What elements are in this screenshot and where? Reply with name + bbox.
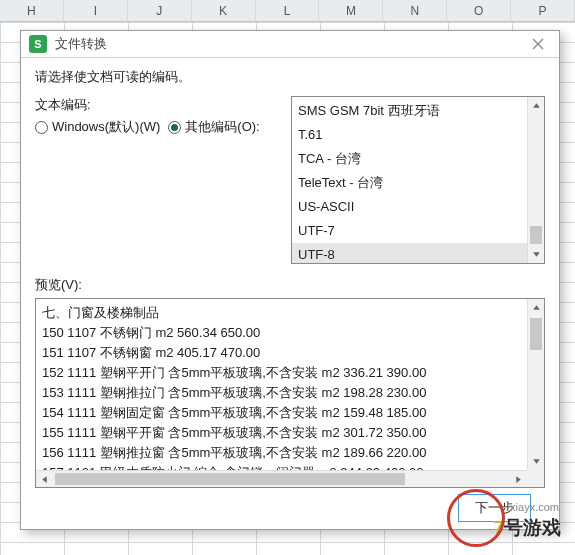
radio-other-encoding[interactable]: 其他编码(O):	[168, 118, 259, 136]
column-header[interactable]: I	[64, 0, 128, 21]
preview-hscrollbar[interactable]	[36, 470, 527, 487]
scroll-down-icon[interactable]	[528, 246, 544, 263]
column-header[interactable]: P	[511, 0, 575, 21]
dialog-titlebar: S 文件转换	[21, 31, 559, 58]
scroll-up-icon[interactable]	[528, 299, 544, 316]
encoding-option[interactable]: SMS GSM 7bit 西班牙语	[292, 99, 544, 123]
encoding-scrollbar[interactable]	[527, 97, 544, 263]
scroll-up-icon[interactable]	[528, 97, 544, 114]
column-header[interactable]: N	[383, 0, 447, 21]
scroll-right-icon[interactable]	[510, 471, 527, 488]
scroll-corner	[527, 470, 544, 487]
column-header[interactable]: O	[447, 0, 511, 21]
column-header[interactable]: K	[192, 0, 256, 21]
preview-line: 七、门窗及楼梯制品	[42, 303, 538, 323]
encoding-label: 文本编码:	[35, 96, 285, 114]
scroll-thumb[interactable]	[55, 473, 405, 485]
encoding-option[interactable]: T.61	[292, 123, 544, 147]
scroll-thumb[interactable]	[530, 226, 542, 244]
dialog-prompt: 请选择使文档可读的编码。	[35, 68, 545, 86]
radio-other-label: 其他编码(O):	[185, 118, 259, 136]
preview-vscrollbar[interactable]	[527, 299, 544, 470]
preview-line: 154 1111 塑钢固定窗 含5mm平板玻璃,不含安装 m2 159.48 1…	[42, 403, 538, 423]
column-header[interactable]: L	[256, 0, 320, 21]
column-header[interactable]: H	[0, 0, 64, 21]
radio-windows-label: Windows(默认)(W)	[52, 118, 160, 136]
column-header[interactable]: J	[128, 0, 192, 21]
encoding-option[interactable]: TeleText - 台湾	[292, 171, 544, 195]
radio-windows-default[interactable]: Windows(默认)(W)	[35, 118, 160, 136]
preview-line: 150 1107 不锈钢门 m2 560.34 650.00	[42, 323, 538, 343]
encoding-option[interactable]: TCA - 台湾	[292, 147, 544, 171]
preview-line: 153 1111 塑钢推拉门 含5mm平板玻璃,不含安装 m2 198.28 2…	[42, 383, 538, 403]
preview-box: 七、门窗及楼梯制品150 1107 不锈钢门 m2 560.34 650.001…	[35, 298, 545, 488]
scroll-left-icon[interactable]	[36, 471, 53, 488]
encoding-option[interactable]: US-ASCII	[292, 195, 544, 219]
dialog-title: 文件转换	[55, 35, 525, 53]
preview-line: 155 1111 塑钢平开窗 含5mm平板玻璃,不含安装 m2 301.72 3…	[42, 423, 538, 443]
app-icon: S	[29, 35, 47, 53]
preview-line: 156 1111 塑钢推拉窗 含5mm平板玻璃,不含安装 m2 189.66 2…	[42, 443, 538, 463]
scroll-down-icon[interactable]	[528, 453, 544, 470]
preview-label: 预览(V):	[35, 276, 545, 294]
close-icon[interactable]	[525, 31, 551, 57]
next-button[interactable]: 下一步	[458, 494, 531, 522]
encoding-option[interactable]: UTF-7	[292, 219, 544, 243]
file-conversion-dialog: S 文件转换 请选择使文档可读的编码。 文本编码: Windows(默认)(W)…	[20, 30, 560, 530]
column-header-row: HIJKLMNOP	[0, 0, 575, 22]
preview-line: 151 1107 不锈钢窗 m2 405.17 470.00	[42, 343, 538, 363]
encoding-option[interactable]: UTF-8	[292, 243, 544, 264]
encoding-listbox[interactable]: SMS GSM 7bit 西班牙语T.61TCA - 台湾TeleText - …	[291, 96, 545, 264]
scroll-thumb[interactable]	[530, 318, 542, 350]
column-header[interactable]: M	[319, 0, 383, 21]
preview-line: 152 1111 塑钢平开门 含5mm平板玻璃,不含安装 m2 336.21 3…	[42, 363, 538, 383]
